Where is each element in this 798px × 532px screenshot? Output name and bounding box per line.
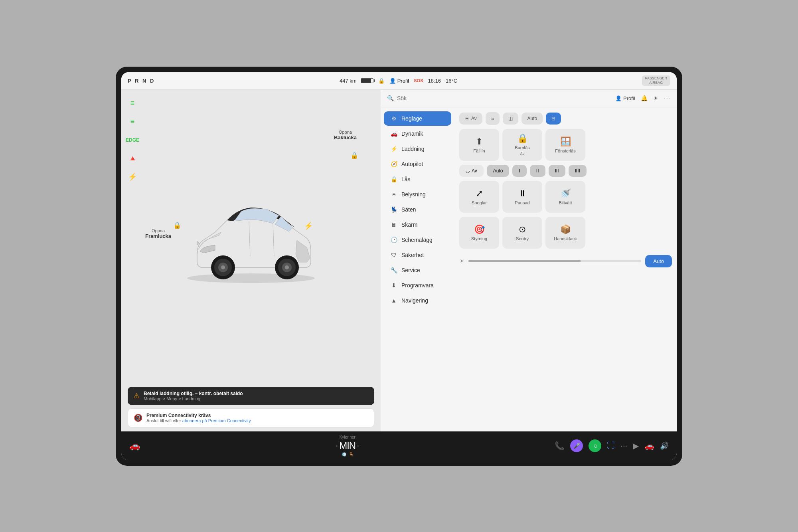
menu-item-navigering[interactable]: ▲ Navigering bbox=[384, 293, 451, 308]
menu-item-autopilot[interactable]: 🧭 Autopilot bbox=[384, 157, 451, 171]
search-right: 👤 Profil 🔔 ☀ · · · bbox=[615, 95, 670, 101]
lock-tile-barnlas[interactable]: 🔒 Barnlås Av bbox=[502, 129, 542, 161]
mirror-label-biltvatt: Biltvätt bbox=[559, 200, 572, 205]
light-icon-park: ◫ bbox=[508, 116, 513, 121]
menu-item-las[interactable]: 🔒 Lås bbox=[384, 172, 451, 186]
brightness-slider[interactable] bbox=[468, 260, 641, 262]
mirror-tile-biltvatt[interactable]: 🚿 Biltvätt bbox=[545, 181, 585, 213]
light-btn-av[interactable]: ☀ Av bbox=[459, 113, 482, 125]
info-box: 📵 Premium Connectivity krävs Anslut till… bbox=[128, 408, 374, 427]
menu-item-dynamik[interactable]: 🚗 Dynamik bbox=[384, 127, 451, 141]
profile-label-top: Profil bbox=[397, 78, 409, 84]
car-seat-icon[interactable]: 🚗 bbox=[644, 441, 654, 451]
front-door-label[interactable]: Öppna Framlucka bbox=[145, 228, 171, 239]
brightness-icon[interactable]: ☀ bbox=[653, 95, 658, 101]
brightness-auto-btn[interactable]: Auto bbox=[645, 255, 672, 267]
edge-light-icon[interactable]: EDGE bbox=[126, 134, 139, 146]
menu-item-programvara[interactable]: ⬇ Programvara bbox=[384, 278, 451, 293]
mirror-icon-speglar: ⤢ bbox=[476, 188, 483, 199]
bottom-icons: 📞 🎤 ♫ ⛶ ··· ▶ 🚗 🔊 bbox=[555, 439, 669, 452]
wiper-btn-4[interactable]: IIII bbox=[569, 165, 587, 177]
charge-indicator: ⚡ bbox=[304, 222, 313, 230]
temp-value: MIN bbox=[339, 440, 356, 451]
bluetooth-icon[interactable]: ⛶ bbox=[607, 441, 615, 450]
light-icon-high: ⊟ bbox=[551, 116, 555, 121]
lights-row: ☀ Av ≈ ◫ Auto bbox=[459, 112, 672, 125]
menu-item-schemalaggg[interactable]: 🕐 Schemalägg bbox=[384, 233, 451, 247]
menu-item-service[interactable]: 🔧 Service bbox=[384, 263, 451, 277]
temp-arrow-right[interactable]: › bbox=[357, 443, 359, 449]
menu-icon-navigering: ▲ bbox=[390, 297, 397, 304]
steering-tile[interactable]: 🎯 Styrning bbox=[459, 217, 499, 249]
menu-icon-belysning: ☀ bbox=[390, 191, 397, 198]
volume-icon[interactable]: 🔊 bbox=[660, 441, 669, 450]
lock-tile-sub-barnlas: Av bbox=[520, 152, 525, 156]
lock-tile-label-fallin: Fäll in bbox=[473, 148, 485, 153]
sentry-tile[interactable]: ⊙ Sentry bbox=[502, 217, 542, 249]
wiper-label-4: IIII bbox=[575, 168, 580, 174]
seat-heat-icon: 🪑 bbox=[349, 452, 354, 457]
alert-sub: Mobilapp > Meny > Laddning bbox=[144, 396, 243, 401]
car-icon-bottom[interactable]: 🚗 bbox=[129, 441, 140, 451]
menu-label-reglage: Reglage bbox=[401, 115, 422, 122]
profile-icon: 👤 bbox=[615, 95, 622, 101]
search-input[interactable] bbox=[397, 95, 612, 101]
foglight-icon[interactable]: ≡ bbox=[126, 116, 139, 127]
sos-label: SOS bbox=[414, 78, 423, 83]
battery-bar bbox=[361, 78, 373, 83]
seatbelt-icon: 🔺 bbox=[126, 153, 139, 164]
bell-icon[interactable]: 🔔 bbox=[641, 95, 648, 101]
info-link[interactable]: abonnera på Premium Connectivity bbox=[182, 418, 251, 423]
menu-label-saten: Säten bbox=[401, 206, 416, 213]
rear-door-label[interactable]: Öppna Baklucka bbox=[334, 130, 357, 140]
headlight-icon[interactable]: ≡ bbox=[126, 98, 139, 109]
mirror-tile-pausad[interactable]: ⏸ Pausad bbox=[502, 181, 542, 213]
left-panel: ≡ ≡ EDGE 🔺 ⚡ Öppna Framlucka Öppna Bak bbox=[121, 90, 381, 431]
menu-label-laddning: Laddning bbox=[401, 146, 425, 152]
light-btn-fog[interactable]: ≈ bbox=[486, 112, 500, 125]
menu-icon-schemalaggg: 🕐 bbox=[390, 237, 397, 243]
handskfack-label: Handskfack bbox=[554, 236, 577, 241]
phone-icon[interactable]: 📞 bbox=[555, 441, 565, 451]
wiper-label-2: II bbox=[536, 168, 539, 174]
info-text: Premium Connectivity krävs Anslut till w… bbox=[146, 413, 251, 423]
light-icon-fog: ≈ bbox=[491, 115, 494, 122]
menu-icon-programvara: ⬇ bbox=[390, 282, 397, 289]
menu-item-laddning[interactable]: ⚡ Laddning bbox=[384, 142, 451, 156]
wiper-icon-av: ◡ bbox=[466, 168, 470, 174]
profile-badge-top[interactable]: 👤 Profil bbox=[389, 78, 409, 84]
menu-item-belysning[interactable]: ☀ Belysning bbox=[384, 187, 451, 202]
menu-icon-autopilot: 🧭 bbox=[390, 161, 397, 167]
lock-tile-fonsterlase[interactable]: 🪟 Fönsterlås bbox=[545, 129, 585, 161]
svg-point-10 bbox=[285, 265, 289, 269]
airbag-label1: PASSENGER bbox=[645, 76, 667, 81]
menu-item-skarm[interactable]: 🖥 Skärm bbox=[384, 218, 451, 232]
wiper-btn-auto[interactable]: Auto bbox=[487, 165, 510, 177]
mic-icon[interactable]: 🎤 bbox=[570, 439, 583, 452]
menu-label-navigering: Navigering bbox=[401, 297, 428, 304]
menu-item-sakerhet[interactable]: 🛡 Säkerhet bbox=[384, 248, 451, 262]
bottom-sub-icons: 💨 🪑 bbox=[146, 452, 548, 457]
mirror-label-pausad: Pausad bbox=[515, 200, 529, 205]
lock-tile-fallin[interactable]: ⬆ Fäll in bbox=[459, 129, 499, 161]
wiper-btn-2[interactable]: II bbox=[530, 165, 545, 177]
search-icon: 🔍 bbox=[387, 95, 394, 101]
light-btn-park[interactable]: ◫ bbox=[503, 113, 518, 125]
temp-arrow-left[interactable]: ‹ bbox=[336, 443, 338, 449]
more-icon[interactable]: ··· bbox=[620, 441, 627, 450]
menu-item-reglage[interactable]: ⚙ Reglage bbox=[384, 111, 451, 126]
light-btn-high[interactable]: ⊟ bbox=[546, 113, 561, 125]
menu-item-saten[interactable]: 💺 Säten bbox=[384, 202, 451, 217]
handskfack-tile[interactable]: 📦 Handskfack bbox=[545, 217, 585, 249]
menu-icon-saten: 💺 bbox=[390, 206, 397, 213]
steering-icon: 🎯 bbox=[474, 224, 485, 235]
wiper-btn-1[interactable]: I bbox=[512, 165, 526, 177]
spotify-icon[interactable]: ♫ bbox=[589, 439, 601, 452]
profile-label[interactable]: 👤 Profil bbox=[615, 95, 635, 101]
media-icon[interactable]: ▶ bbox=[633, 441, 639, 451]
front-door-title: Öppna bbox=[145, 228, 171, 233]
wiper-btn-3[interactable]: III bbox=[549, 165, 565, 177]
mirror-tile-speglar[interactable]: ⤢ Speglar bbox=[459, 181, 499, 213]
light-btn-auto[interactable]: Auto bbox=[521, 113, 543, 125]
wiper-btn-av[interactable]: ◡ Av bbox=[459, 165, 484, 177]
